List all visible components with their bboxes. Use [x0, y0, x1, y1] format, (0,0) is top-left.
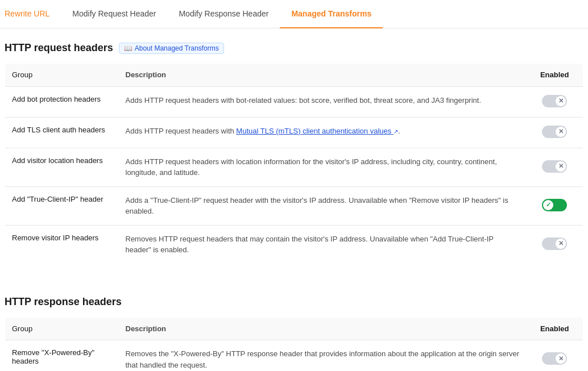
x-icon: ✕ — [558, 162, 564, 170]
toggle-remove-visitor-ip[interactable]: ✕ — [542, 237, 567, 250]
row-group: Remove visitor IP headers — [5, 225, 119, 264]
row-description: Adds HTTP request headers with bot-relat… — [119, 86, 527, 117]
mtls-link[interactable]: Mutual TLS (mTLS) client authentication … — [236, 127, 398, 135]
table-row: Add "True-Client-IP" header Adds a "True… — [5, 186, 583, 225]
toggle-bot-protection[interactable]: ✕ — [542, 95, 567, 107]
row-group: Add TLS client auth headers — [5, 117, 119, 148]
table-row: Add bot protection headers Adds HTTP req… — [5, 86, 583, 117]
about-link-label: About Managed Transforms — [135, 44, 219, 52]
mtls-link-text: Mutual TLS (mTLS) client authentication … — [236, 127, 391, 135]
table-row: Add TLS client auth headers Adds HTTP re… — [5, 117, 583, 148]
response-headers-section: HTTP response headers Group Description … — [0, 282, 588, 372]
response-enabled-col-header: Enabled — [527, 317, 583, 340]
row-group: Remove "X-Powered-By" headers — [5, 340, 119, 372]
desc-suffix: . — [398, 127, 400, 135]
row-enabled-cell: ✕ — [527, 225, 583, 264]
response-desc-col-header: Description — [119, 317, 527, 340]
toggle-knob: ✕ — [556, 239, 566, 249]
row-enabled-cell: ✕ — [527, 86, 583, 117]
row-group: Add visitor location headers — [5, 148, 119, 186]
row-enabled-cell: ✕ — [527, 340, 583, 372]
row-description: Removes the "X-Powered-By" HTTP response… — [119, 340, 527, 372]
tab-rewrite-url[interactable]: Rewrite URL — [0, 0, 61, 28]
tab-modify-request-header[interactable]: Modify Request Header — [61, 0, 167, 28]
toggle-knob: ✕ — [556, 353, 566, 364]
toggle-knob: ✕ — [556, 96, 566, 106]
row-description: Adds a "True-Client-IP" request header w… — [119, 186, 527, 225]
toggle-visitor-location[interactable]: ✕ — [542, 160, 567, 173]
request-group-col-header: Group — [5, 64, 119, 87]
toggle-true-client-ip[interactable]: ✓ — [542, 199, 567, 211]
request-headers-table: Group Description Enabled Add bot protec… — [5, 63, 583, 264]
x-icon: ✕ — [558, 240, 564, 247]
row-description: Adds HTTP request headers with Mutual TL… — [119, 117, 527, 148]
request-enabled-col-header: Enabled — [527, 64, 583, 87]
toggle-knob: ✓ — [543, 200, 553, 210]
row-description: Adds HTTP request headers with location … — [119, 148, 527, 186]
external-link-icon: ↗ — [394, 127, 398, 136]
x-icon: ✕ — [558, 128, 564, 135]
response-headers-header: HTTP response headers — [5, 296, 583, 308]
request-headers-section: HTTP request headers 📖 About Managed Tra… — [0, 28, 588, 264]
response-headers-table: Group Description Enabled Remove "X-Powe… — [5, 317, 583, 372]
toggle-knob: ✕ — [556, 127, 566, 137]
tab-managed-transforms[interactable]: Managed Transforms — [280, 0, 383, 28]
row-group: Add "True-Client-IP" header — [5, 186, 119, 225]
x-icon: ✕ — [558, 355, 564, 362]
x-icon: ✕ — [558, 97, 564, 105]
tab-modify-response-header[interactable]: Modify Response Header — [167, 0, 280, 28]
row-enabled-cell: ✕ — [527, 117, 583, 148]
response-headers-table-header-row: Group Description Enabled — [5, 317, 583, 340]
table-row: Remove visitor IP headers Removes HTTP r… — [5, 225, 583, 264]
row-enabled-cell: ✕ — [527, 148, 583, 186]
about-managed-transforms-link[interactable]: 📖 About Managed Transforms — [119, 43, 224, 54]
request-headers-header: HTTP request headers 📖 About Managed Tra… — [5, 42, 583, 54]
row-description: Removes HTTP request headers that may co… — [119, 225, 527, 264]
response-headers-title: HTTP response headers — [5, 296, 122, 308]
book-icon: 📖 — [124, 44, 132, 52]
toggle-knob: ✕ — [556, 161, 566, 172]
table-row: Add visitor location headers Adds HTTP r… — [5, 148, 583, 186]
tabs-bar: Rewrite URL Modify Request Header Modify… — [0, 0, 588, 28]
request-desc-col-header: Description — [119, 64, 527, 87]
toggle-remove-x-powered-by[interactable]: ✕ — [542, 352, 567, 365]
toggle-tls-auth[interactable]: ✕ — [542, 126, 567, 138]
row-group: Add bot protection headers — [5, 86, 119, 117]
request-headers-table-header-row: Group Description Enabled — [5, 64, 583, 87]
check-icon: ✓ — [546, 201, 551, 209]
table-row: Remove "X-Powered-By" headers Removes th… — [5, 340, 583, 372]
row-enabled-cell: ✓ — [527, 186, 583, 225]
request-headers-title: HTTP request headers — [5, 42, 113, 54]
desc-prefix: Adds HTTP request headers with — [126, 127, 237, 135]
response-group-col-header: Group — [5, 317, 119, 340]
